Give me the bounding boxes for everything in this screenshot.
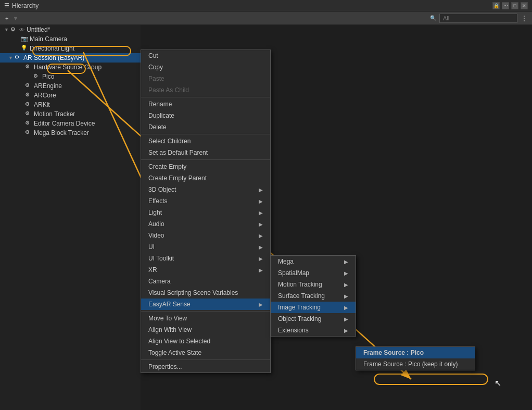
submenu-arrow-xr: ▶ — [259, 267, 263, 273]
add-button[interactable]: + — [3, 14, 10, 22]
icon-untitled: ⚙ — [10, 26, 18, 33]
submenu-arrow-mega: ▶ — [344, 259, 348, 265]
icon-dir-light: 💡 — [21, 45, 28, 52]
submenu1-mega[interactable]: Mega ▶ — [271, 256, 356, 267]
ctx-toggle-active[interactable]: Toggle Active State — [141, 347, 270, 358]
submenu-arrow-surface-tracking: ▶ — [344, 293, 348, 299]
submenu1-surface-tracking[interactable]: Surface Tracking ▶ — [271, 290, 356, 302]
tree-item-mega-block[interactable]: ⚙ Mega Block Tracker — [0, 128, 141, 138]
label-motion-tracker: Motion Tracker — [34, 110, 75, 118]
tree-item-ar-session[interactable]: ▼ ⚙ AR Session (EasyAR) — [0, 53, 141, 63]
label-arcore: ARCore — [34, 92, 56, 99]
submenu1-object-tracking[interactable]: Object Tracking ▶ — [271, 313, 356, 325]
ctx-create-empty[interactable]: Create Empty — [141, 161, 270, 172]
ctx-paste-as-child: Paste As Child — [141, 84, 270, 96]
submenu-arrow-ui-toolkit: ▶ — [259, 256, 263, 262]
ctx-camera[interactable]: Camera — [141, 276, 270, 287]
ctx-vs-scene-vars[interactable]: Visual Scripting Scene Variables — [141, 287, 270, 299]
more-options-button[interactable]: ⋮ — [520, 13, 529, 23]
ctx-3d-object[interactable]: 3D Object ▶ — [141, 184, 270, 195]
ctx-set-default-parent[interactable]: Set as Default Parent — [141, 147, 270, 158]
tree-item-arkit[interactable]: ⚙ ARKit — [0, 100, 141, 109]
submenu1-image-tracking[interactable]: Image Tracking ▶ — [271, 302, 356, 313]
tree-item-directional-light[interactable]: 💡 Directional Light — [0, 44, 141, 53]
icon-editor-camera: ⚙ — [25, 120, 32, 127]
label-hw-source: Hardware Source Group — [34, 64, 102, 71]
ctx-video[interactable]: Video ▶ — [141, 230, 270, 241]
more-btn[interactable]: ⋯ — [502, 2, 509, 9]
icon-main-camera: 📷 — [21, 35, 28, 43]
eye-icon: 👁 — [19, 27, 24, 33]
title-bar: ☰ Hierarchy 🔒 ⋯ □ ✕ — [0, 0, 532, 11]
ctx-audio[interactable]: Audio ▶ — [141, 218, 270, 230]
label-untitled: Untitled* — [27, 26, 50, 33]
separator-5 — [141, 359, 270, 360]
arrow-untitled: ▼ — [4, 27, 10, 32]
toolbar: + ▼ 🔍 ⋮ — [0, 11, 532, 25]
icon-hw-source: ⚙ — [25, 64, 32, 71]
search-input[interactable] — [439, 14, 517, 23]
panel-title: Hierarchy — [12, 2, 39, 9]
tree-item-pico[interactable]: ⚙ Pico — [0, 72, 141, 81]
submenu-arrow-image-tracking: ▶ — [344, 305, 348, 310]
ctx-effects[interactable]: Effects ▶ — [141, 195, 270, 207]
tree-item-arcore[interactable]: ⚙ ARCore — [0, 91, 141, 100]
ctx-ui-toolkit[interactable]: UI Toolkit ▶ — [141, 253, 270, 264]
tree-item-hw-source[interactable]: ⚙ Hardware Source Group — [0, 63, 141, 72]
submenu-arrow-3d: ▶ — [259, 187, 263, 193]
icon-arengine: ⚙ — [25, 82, 32, 90]
submenu1-spatialmap[interactable]: SpatialMap ▶ — [271, 267, 356, 279]
submenu2-frame-source-pico-keep[interactable]: Frame Source : Pico (keep it only) — [356, 358, 475, 370]
submenu-arrow-spatialmap: ▶ — [344, 270, 348, 276]
ctx-paste: Paste — [141, 73, 270, 84]
icon-motion-tracker: ⚙ — [25, 110, 32, 118]
ctx-create-empty-parent[interactable]: Create Empty Parent — [141, 172, 270, 184]
label-dir-light: Directional Light — [30, 45, 74, 52]
ctx-duplicate[interactable]: Duplicate — [141, 110, 270, 121]
submenu1-motion-tracking[interactable]: Motion Tracking ▶ — [271, 279, 356, 290]
ctx-xr[interactable]: XR ▶ — [141, 264, 270, 276]
submenu-arrow-extensions: ▶ — [344, 328, 348, 333]
submenu-arrow-motion-tracking: ▶ — [344, 282, 348, 288]
submenu-arrow-video: ▶ — [259, 233, 263, 239]
tree-item-motion-tracker[interactable]: ⚙ Motion Tracker — [0, 109, 141, 119]
ctx-easyar-sense[interactable]: EasyAR Sense ▶ — [141, 299, 270, 310]
ctx-select-children[interactable]: Select Children — [141, 135, 270, 147]
hierarchy-panel: ▼ ⚙ 👁 Untitled* 📷 Main Camera 💡 Directio… — [0, 25, 141, 410]
icon-arkit: ⚙ — [25, 101, 32, 108]
tree-item-arengine[interactable]: ⚙ AREngine — [0, 81, 141, 91]
label-editor-camera: Editor Camera Device — [34, 120, 95, 127]
ctx-delete[interactable]: Delete — [141, 121, 270, 133]
submenu1-extensions[interactable]: Extensions ▶ — [271, 325, 356, 336]
submenu-arrow-audio: ▶ — [259, 221, 263, 227]
submenu-arrow-effects: ▶ — [259, 198, 263, 204]
context-menu: Cut Copy Paste Paste As Child Rename Dup… — [141, 49, 271, 373]
ctx-light[interactable]: Light ▶ — [141, 207, 270, 218]
toolbar-separator: ▼ — [12, 15, 18, 21]
ctx-rename[interactable]: Rename — [141, 98, 270, 110]
submenu-arrow-ui: ▶ — [259, 244, 263, 250]
label-arengine: AREngine — [34, 82, 62, 90]
ctx-align-with-view[interactable]: Align With View — [141, 324, 270, 336]
circle-frame-source — [374, 374, 488, 385]
window-controls: 🔒 ⋯ □ ✕ — [492, 2, 528, 9]
submenu2-frame-source-pico[interactable]: Frame Source : Pico — [356, 347, 475, 358]
icon-arcore: ⚙ — [25, 92, 32, 99]
ctx-align-view-selected[interactable]: Align View to Selected — [141, 336, 270, 347]
ctx-ui[interactable]: UI ▶ — [141, 241, 270, 253]
ctx-properties[interactable]: Properties... — [141, 361, 270, 372]
submenu-arrow-light: ▶ — [259, 210, 263, 216]
tree-item-untitled[interactable]: ▼ ⚙ 👁 Untitled* — [0, 25, 141, 34]
submenu-image-tracking: Frame Source : Pico Frame Source : Pico … — [356, 346, 475, 370]
ctx-move-to-view[interactable]: Move To View — [141, 313, 270, 324]
lock-btn[interactable]: 🔒 — [492, 2, 500, 9]
tree-item-editor-camera[interactable]: ⚙ Editor Camera Device — [0, 119, 141, 128]
ctx-cut[interactable]: Cut — [141, 50, 270, 61]
maximize-btn[interactable]: □ — [511, 2, 518, 9]
tree-item-main-camera[interactable]: 📷 Main Camera — [0, 34, 141, 44]
search-icon: 🔍 — [430, 15, 436, 21]
separator-1 — [141, 97, 270, 97]
close-btn[interactable]: ✕ — [521, 2, 528, 9]
separator-3 — [141, 159, 270, 160]
ctx-copy[interactable]: Copy — [141, 61, 270, 73]
